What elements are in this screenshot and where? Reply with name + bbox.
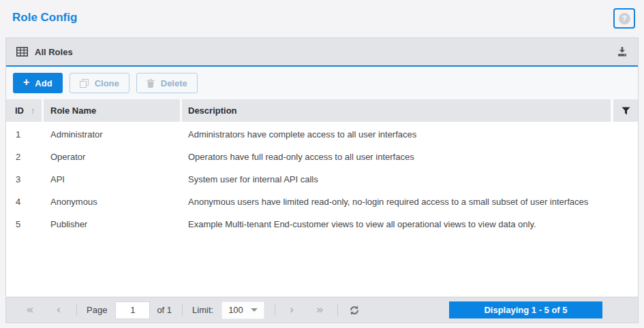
cell-description: Operators have full read-only access to …	[182, 152, 638, 162]
cell-role-name: Administrator	[44, 129, 182, 140]
chevron-down-icon	[251, 308, 258, 312]
column-header-id-label: ID	[15, 105, 24, 116]
panel-title: All Roles	[35, 47, 73, 57]
page-title: Role Config	[12, 11, 77, 24]
trash-icon	[147, 79, 155, 88]
download-button[interactable]	[617, 46, 628, 57]
page-number-input[interactable]	[115, 301, 150, 319]
cell-role-name: API	[44, 174, 182, 184]
divider	[337, 304, 338, 316]
clone-button-label: Clone	[95, 78, 119, 88]
table-row[interactable]: 2 Operator Operators have full read-only…	[6, 146, 638, 168]
cell-description: Administrators have complete access to a…	[182, 129, 638, 140]
cell-id: 4	[6, 197, 44, 207]
cell-id: 5	[6, 219, 44, 229]
help-button[interactable]: ?	[613, 8, 635, 29]
filter-funnel-icon	[622, 107, 630, 115]
refresh-button[interactable]	[349, 305, 360, 316]
cell-id: 2	[6, 152, 44, 162]
clone-icon	[80, 79, 89, 88]
add-button-label: Add	[35, 78, 52, 88]
roles-panel: All Roles + Add Clone	[5, 37, 639, 323]
delete-button[interactable]: Delete	[136, 73, 198, 93]
download-icon	[617, 46, 628, 57]
cell-description: Anonymous users have limited read-only, …	[182, 197, 638, 207]
cell-description: Example Multi-tenant End-customer views …	[182, 219, 638, 229]
last-page-button[interactable]: »	[312, 304, 327, 316]
limit-select-value: 100	[228, 305, 243, 315]
grid-header: ID ↑ Role Name Description	[6, 99, 638, 122]
cell-role-name: Publisher	[44, 219, 182, 229]
plus-icon: +	[23, 77, 29, 88]
cell-role-name: Anonymous	[44, 197, 182, 207]
delete-button-label: Delete	[161, 78, 187, 88]
divider	[76, 304, 77, 316]
add-button[interactable]: + Add	[13, 73, 63, 93]
sort-asc-icon: ↑	[31, 105, 35, 116]
page-of-label: of 1	[157, 305, 172, 315]
column-header-description-label: Description	[188, 105, 237, 116]
cell-role-name: Operator	[44, 152, 182, 162]
table-row[interactable]: 1 Administrator Administrators have comp…	[6, 123, 638, 146]
prev-page-button[interactable]: ‹	[51, 304, 66, 316]
toolbar: + Add Clone Delete	[6, 67, 638, 99]
panel-header: All Roles	[6, 38, 638, 67]
table-row[interactable]: 3 API System user for internal API calls	[6, 168, 638, 191]
column-header-role-name-label: Role Name	[50, 105, 96, 116]
table-grid-icon	[16, 47, 28, 56]
pagination-bar: « ‹ Page of 1 Limit: 100 › » Displayin	[6, 297, 638, 323]
cell-description: System user for internal API calls	[182, 174, 638, 184]
refresh-icon	[349, 305, 360, 316]
cell-id: 1	[6, 129, 44, 140]
table-row[interactable]: 5 Publisher Example Multi-tenant End-cus…	[6, 213, 638, 235]
filter-button[interactable]	[613, 99, 638, 122]
grid-body: 1 Administrator Administrators have comp…	[6, 122, 638, 297]
table-row[interactable]: 4 Anonymous Anonymous users have limited…	[6, 191, 638, 213]
next-page-button[interactable]: ›	[284, 304, 299, 316]
page-label: Page	[87, 305, 107, 315]
divider	[275, 304, 275, 316]
column-header-description[interactable]: Description	[182, 99, 611, 122]
help-icon: ?	[619, 13, 630, 24]
clone-button[interactable]: Clone	[70, 73, 129, 93]
displaying-status-badge: Displaying 1 - 5 of 5	[449, 301, 602, 318]
column-header-id[interactable]: ID ↑	[6, 99, 42, 122]
limit-select[interactable]: 100	[221, 301, 264, 319]
first-page-button[interactable]: «	[22, 304, 37, 316]
column-header-role-name[interactable]: Role Name	[44, 99, 180, 122]
limit-label: Limit:	[192, 305, 213, 315]
cell-id: 3	[6, 174, 44, 184]
divider	[182, 304, 183, 316]
